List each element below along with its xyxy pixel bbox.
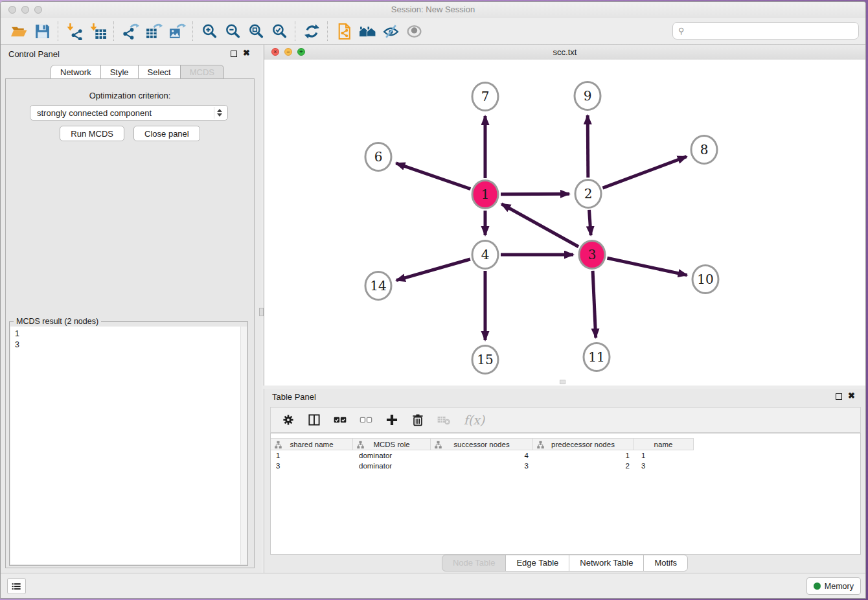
tab-node-table[interactable]: Node Table [442, 555, 507, 571]
table-cell[interactable]: 2 [535, 461, 636, 471]
table-row[interactable]: 3dominator323 [271, 461, 860, 471]
float-table-panel-icon[interactable] [836, 393, 842, 400]
tab-network[interactable]: Network [51, 65, 101, 80]
column-header-predecessor-nodes[interactable]: predecessor nodes [532, 438, 634, 450]
export-network-icon[interactable] [119, 21, 142, 41]
graph-node-label: 8 [700, 142, 709, 157]
task-history-icon[interactable] [7, 578, 26, 594]
edge-1-6[interactable] [396, 163, 470, 189]
desktop: Session: New Session [0, 0, 868, 600]
mcds-result-group: MCDS result (2 nodes) 1 3 [9, 321, 248, 566]
table-cell[interactable]: 3 [432, 461, 535, 471]
close-panel-icon[interactable]: ✖ [243, 48, 250, 58]
graph-node-label: 14 [370, 278, 386, 294]
eye-slash-icon[interactable] [379, 21, 402, 41]
table-settings-icon[interactable] [280, 411, 297, 428]
toolbar-separator [327, 21, 328, 41]
table-cell[interactable]: dominator [354, 450, 432, 461]
float-panel-icon[interactable] [231, 51, 237, 57]
status-bar: Memory [1, 573, 865, 598]
tab-style[interactable]: Style [100, 65, 139, 80]
import-network-icon[interactable] [63, 21, 86, 41]
memory-button[interactable]: Memory [806, 577, 861, 595]
search-field: ⚲ [672, 22, 859, 40]
tab-select[interactable]: Select [138, 65, 181, 80]
tab-edge-table[interactable]: Edge Table [505, 555, 569, 571]
refresh-layout-icon[interactable] [300, 21, 323, 41]
close-table-panel-icon[interactable]: ✖ [848, 391, 855, 401]
tab-motifs[interactable]: Motifs [643, 555, 688, 571]
zoom-selected-icon[interactable] [268, 21, 291, 41]
toolbar-separator [295, 21, 296, 41]
edge-1-2[interactable] [501, 194, 569, 194]
toolbar-separator [113, 21, 115, 41]
network-canvas[interactable]: 7968124314101511 [264, 60, 865, 386]
edge-2-9[interactable] [588, 115, 588, 178]
node-table[interactable]: shared name MCDS role successor nodes pr… [270, 433, 861, 555]
edge-4-14[interactable] [396, 259, 470, 281]
tab-network-table[interactable]: Network Table [569, 555, 644, 571]
table-panel-title: Table Panel [272, 392, 316, 402]
column-header-successor-nodes[interactable]: successor nodes [430, 438, 533, 450]
graph-node-label: 10 [697, 271, 713, 287]
split-columns-icon[interactable] [306, 411, 323, 428]
new-network-from-file-icon[interactable] [332, 21, 356, 41]
export-table-icon[interactable] [142, 21, 165, 41]
mcds-result-title: MCDS result (2 nodes) [14, 317, 101, 326]
network-view-window: × − + scc.txt 7968124314101511 [264, 45, 865, 386]
edge-3-10[interactable] [607, 258, 687, 275]
export-image-icon[interactable] [165, 21, 188, 41]
edge-2-3[interactable] [589, 210, 591, 235]
horizontal-splitter-handle[interactable] [560, 380, 565, 384]
graph-node-label: 6 [374, 149, 383, 165]
column-header-shared-name[interactable]: shared name [270, 438, 353, 450]
table-header-row: shared name MCDS role successor nodes pr… [271, 438, 860, 450]
search-input[interactable] [687, 25, 858, 36]
table-cell[interactable]: dominator [354, 461, 432, 471]
table-cell[interactable]: 3 [271, 461, 354, 471]
vertical-splitter-handle[interactable] [259, 308, 264, 316]
table-row[interactable]: 1dominator411 [271, 450, 860, 461]
eye-icon[interactable] [402, 21, 426, 41]
show-all-networks-icon[interactable] [356, 21, 379, 41]
delete-table-icon[interactable] [435, 411, 452, 428]
table-cell[interactable]: 1 [535, 450, 636, 461]
edge-3-11[interactable] [593, 271, 596, 338]
table-cell[interactable]: 3 [636, 461, 697, 471]
zoom-fit-icon[interactable] [244, 21, 268, 41]
function-builder-icon[interactable]: f(x) [461, 411, 487, 428]
graph-node-label: 7 [481, 89, 490, 104]
tab-mcds[interactable]: MCDS [180, 65, 224, 80]
add-column-icon[interactable] [383, 411, 400, 428]
import-table-icon[interactable] [86, 21, 109, 41]
run-mcds-button[interactable]: Run MCDS [60, 126, 124, 141]
mcds-result-values: 1 3 [10, 327, 247, 351]
deselect-all-columns-icon[interactable] [358, 411, 374, 428]
edge-3-1[interactable] [501, 204, 578, 247]
zoom-in-icon[interactable] [198, 21, 221, 41]
select-all-columns-icon[interactable] [332, 411, 348, 428]
graph-node-label: 15 [477, 352, 493, 367]
edge-2-8[interactable] [602, 157, 686, 188]
table-cell[interactable]: 4 [432, 450, 535, 461]
network-view-title: scc.txt [264, 47, 865, 57]
app-window: Session: New Session [0, 1, 866, 599]
open-session-icon[interactable] [7, 21, 30, 41]
optimization-criterion-select[interactable]: strongly connected component [30, 105, 228, 121]
mcds-result-box[interactable]: 1 3 [10, 327, 247, 564]
control-panel-title: Control Panel [8, 49, 60, 59]
delete-column-icon[interactable] [409, 411, 426, 428]
column-header-MCDS-role[interactable]: MCDS role [352, 438, 431, 450]
network-titlebar: × − + scc.txt [264, 45, 865, 60]
zoom-out-icon[interactable] [221, 21, 244, 41]
save-session-icon[interactable] [30, 21, 54, 41]
table-toolbar: f(x) [270, 407, 861, 433]
close-panel-button[interactable]: Close panel [133, 126, 200, 141]
graph-node-label: 3 [588, 247, 597, 262]
table-cell[interactable]: 1 [271, 450, 354, 461]
result-scrollbar[interactable] [240, 327, 247, 564]
column-header-name[interactable]: name [633, 438, 694, 450]
table-cell[interactable]: 1 [636, 450, 697, 461]
main-titlebar: Session: New Session [1, 2, 865, 18]
toolbar-separator [192, 21, 194, 41]
